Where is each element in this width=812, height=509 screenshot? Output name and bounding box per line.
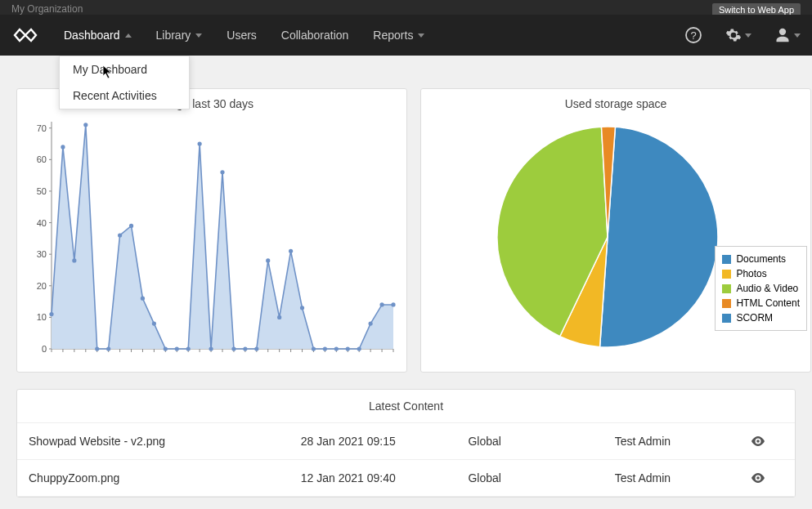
legend-label: Photos bbox=[736, 266, 766, 281]
org-label: My Organization bbox=[11, 3, 83, 15]
nav-reports[interactable]: Reports bbox=[373, 29, 424, 42]
usage-chart: 010203040506070 bbox=[17, 118, 406, 372]
legend-swatch bbox=[722, 314, 731, 323]
legend-swatch bbox=[722, 270, 731, 279]
top-bar: My Organization Switch to Web App bbox=[0, 0, 812, 15]
table-row[interactable]: Showpad Website - v2.png28 Jan 2021 09:1… bbox=[17, 423, 795, 460]
app-logo-icon bbox=[11, 27, 39, 43]
nav-dashboard[interactable]: Dashboard bbox=[64, 29, 132, 42]
caret-down-icon bbox=[745, 33, 751, 38]
svg-text:50: 50 bbox=[37, 186, 47, 196]
caret-down-icon bbox=[794, 33, 801, 38]
svg-point-57 bbox=[141, 297, 145, 301]
nav-library-label: Library bbox=[156, 29, 191, 42]
svg-point-61 bbox=[186, 346, 191, 350]
svg-point-63 bbox=[209, 346, 213, 350]
caret-down-icon bbox=[418, 33, 424, 38]
content-area: age last 30 days 010203040506070 Used st… bbox=[0, 56, 812, 498]
user-menu[interactable] bbox=[774, 27, 801, 43]
svg-text:10: 10 bbox=[37, 312, 47, 322]
svg-point-62 bbox=[198, 141, 202, 145]
svg-point-66 bbox=[243, 346, 247, 350]
svg-point-50 bbox=[61, 145, 65, 149]
storage-chart: Documents Photos Audio & Video HTML Cont… bbox=[421, 118, 810, 372]
content-owner: Test Admin bbox=[615, 435, 751, 448]
svg-point-58 bbox=[152, 322, 156, 326]
help-icon[interactable]: ? bbox=[684, 26, 702, 44]
svg-text:40: 40 bbox=[37, 218, 47, 228]
view-icon[interactable] bbox=[751, 473, 783, 483]
content-name: ChuppyZoom.png bbox=[29, 471, 301, 484]
nav-users-label: Users bbox=[227, 29, 257, 42]
latest-content-panel: Latest Content Showpad Website - v2.png2… bbox=[16, 389, 796, 498]
settings-menu[interactable] bbox=[725, 27, 751, 43]
svg-point-71 bbox=[300, 306, 304, 310]
nav-users[interactable]: Users bbox=[227, 29, 257, 42]
svg-point-60 bbox=[175, 346, 179, 350]
nav-bar: Dashboard Library Users Collaboration Re… bbox=[0, 15, 812, 56]
dashboard-dropdown: My Dashboard Recent Activities bbox=[59, 56, 190, 109]
user-icon bbox=[774, 27, 791, 43]
pie-legend: Documents Photos Audio & Video HTML Cont… bbox=[715, 246, 807, 331]
latest-content-title: Latest Content bbox=[17, 390, 795, 423]
svg-point-56 bbox=[129, 224, 133, 228]
svg-point-78 bbox=[379, 302, 384, 306]
legend-html-content: HTML Content bbox=[722, 296, 800, 310]
svg-text:30: 30 bbox=[37, 249, 47, 259]
svg-point-51 bbox=[72, 258, 76, 262]
content-owner: Test Admin bbox=[615, 471, 751, 484]
content-date: 28 Jan 2021 09:15 bbox=[301, 435, 469, 448]
content-date: 12 Jan 2021 09:40 bbox=[301, 471, 469, 484]
svg-point-55 bbox=[118, 233, 122, 237]
svg-text:?: ? bbox=[690, 29, 696, 42]
nav-collaboration[interactable]: Collaboration bbox=[281, 29, 349, 42]
legend-scorm: SCORM bbox=[722, 310, 800, 325]
caret-up-icon bbox=[125, 33, 132, 38]
legend-label: HTML Content bbox=[736, 296, 800, 310]
svg-point-54 bbox=[106, 346, 110, 350]
table-row[interactable]: ChuppyZoom.png12 Jan 2021 09:40GlobalTes… bbox=[17, 460, 795, 497]
nav-dashboard-label: Dashboard bbox=[64, 29, 120, 42]
svg-point-73 bbox=[323, 346, 327, 350]
dropdown-recent-activities[interactable]: Recent Activities bbox=[60, 83, 189, 109]
legend-swatch bbox=[722, 299, 731, 308]
svg-point-70 bbox=[289, 249, 293, 253]
svg-text:0: 0 bbox=[42, 344, 47, 354]
nav-collaboration-label: Collaboration bbox=[281, 29, 349, 42]
legend-label: Audio & Video bbox=[736, 281, 798, 296]
dropdown-my-dashboard[interactable]: My Dashboard bbox=[60, 56, 189, 83]
svg-point-77 bbox=[369, 322, 373, 326]
legend-documents: Documents bbox=[722, 252, 800, 266]
svg-point-79 bbox=[391, 302, 395, 306]
svg-point-52 bbox=[83, 123, 87, 127]
legend-photos: Photos bbox=[722, 266, 800, 281]
nav-library[interactable]: Library bbox=[156, 29, 203, 42]
svg-point-80 bbox=[756, 440, 760, 443]
storage-panel: Used storage space Documents Photos Audi… bbox=[420, 88, 811, 373]
svg-point-75 bbox=[346, 346, 350, 350]
nav-right: ? bbox=[684, 26, 801, 44]
storage-panel-title: Used storage space bbox=[421, 89, 810, 118]
legend-label: Documents bbox=[736, 252, 786, 266]
legend-swatch bbox=[722, 255, 731, 264]
legend-audio-video: Audio & Video bbox=[722, 281, 800, 296]
content-name: Showpad Website - v2.png bbox=[29, 435, 301, 448]
svg-point-68 bbox=[266, 258, 270, 262]
svg-point-49 bbox=[49, 312, 53, 316]
gear-icon bbox=[725, 27, 742, 43]
svg-point-69 bbox=[277, 315, 281, 319]
svg-point-76 bbox=[357, 346, 361, 350]
view-icon[interactable] bbox=[751, 436, 783, 446]
content-scope: Global bbox=[468, 471, 614, 484]
svg-point-53 bbox=[95, 346, 99, 350]
legend-label: SCORM bbox=[736, 310, 773, 325]
legend-swatch bbox=[722, 284, 731, 293]
svg-text:70: 70 bbox=[37, 123, 47, 133]
svg-text:20: 20 bbox=[37, 281, 47, 291]
nav-reports-label: Reports bbox=[373, 29, 413, 42]
usage-panel: age last 30 days 010203040506070 bbox=[16, 88, 407, 373]
content-scope: Global bbox=[468, 435, 614, 448]
caret-down-icon bbox=[195, 33, 202, 38]
svg-point-72 bbox=[312, 346, 316, 350]
svg-point-74 bbox=[334, 346, 339, 350]
